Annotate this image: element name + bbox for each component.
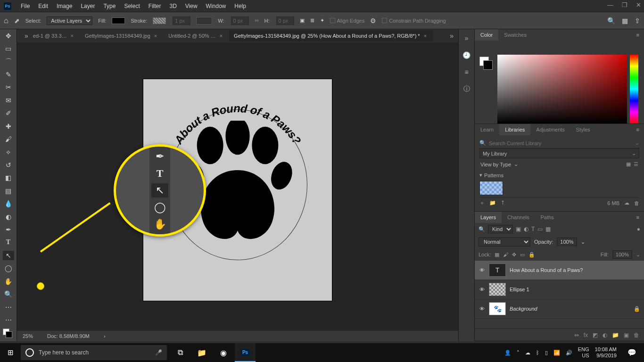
menu-image[interactable]: Image bbox=[53, 1, 76, 11]
path-selection-tool[interactable]: ↖ bbox=[3, 251, 14, 260]
path-select-cursor-icon[interactable]: ⬈ bbox=[14, 17, 20, 25]
tab-color[interactable]: Color bbox=[475, 29, 498, 41]
menu-select[interactable]: Select bbox=[120, 1, 143, 11]
share-icon[interactable]: ⇪ bbox=[635, 17, 640, 25]
layer-filter-kind[interactable]: Kind bbox=[488, 225, 513, 233]
collapsed-character-icon[interactable]: ⓘ bbox=[462, 84, 472, 94]
panel-menu-icon[interactable]: ≡ bbox=[632, 124, 644, 135]
upload-icon[interactable]: ⤒ bbox=[501, 200, 505, 206]
crop-tool[interactable]: ✂ bbox=[3, 83, 14, 92]
add-icon[interactable]: ＋ bbox=[479, 199, 485, 206]
panel-menu-icon[interactable]: ≡ bbox=[632, 212, 644, 223]
edit-toolbar[interactable]: ⋯ bbox=[3, 315, 14, 324]
minimize-icon[interactable]: ― bbox=[607, 1, 613, 8]
link-layers-icon[interactable]: ⇔ bbox=[574, 332, 579, 338]
library-view-mode[interactable]: View by Type ⌄ ▦ ☰ bbox=[479, 158, 639, 170]
eraser-tool[interactable]: ◧ bbox=[3, 173, 14, 182]
zoom-level[interactable]: 25% bbox=[23, 333, 33, 339]
taskbar-lang[interactable]: ENG US bbox=[578, 346, 589, 359]
menu-layer[interactable]: Layer bbox=[77, 1, 99, 11]
tab-learn[interactable]: Learn bbox=[475, 124, 499, 135]
stroke-type-dropdown[interactable] bbox=[196, 17, 212, 25]
close-icon[interactable]: × bbox=[220, 33, 223, 39]
dodge-tool[interactable]: ◐ bbox=[3, 212, 14, 221]
folder-icon[interactable]: 📁 bbox=[489, 200, 496, 206]
filter-smart-icon[interactable]: ▦ bbox=[545, 226, 551, 232]
lasso-tool[interactable]: ⌒ bbox=[3, 57, 14, 66]
chevron-down-icon[interactable]: ⌄ bbox=[636, 252, 640, 258]
library-search-input[interactable] bbox=[489, 140, 632, 146]
tabs-overflow-right[interactable]: » bbox=[450, 32, 454, 40]
tabs-overflow-left[interactable]: » bbox=[25, 32, 28, 40]
filter-shape-icon[interactable]: ▭ bbox=[537, 226, 543, 232]
fill-swatch[interactable] bbox=[112, 17, 125, 24]
menu-window[interactable]: Window bbox=[202, 1, 230, 11]
healing-tool[interactable]: ✚ bbox=[3, 122, 14, 131]
wifi-icon[interactable]: 📶 bbox=[553, 350, 560, 356]
taskbar-search[interactable]: Type here to search 🎤 bbox=[21, 345, 167, 360]
path-operations-icon[interactable]: ▣ bbox=[300, 17, 305, 24]
volume-icon[interactable]: 🔊 bbox=[566, 350, 572, 356]
menu-filter[interactable]: Filter bbox=[145, 1, 165, 11]
panel-menu-icon[interactable]: ≡ bbox=[632, 29, 644, 41]
collapsed-history-icon[interactable]: 🕘 bbox=[462, 50, 472, 60]
layer-item[interactable]: 👁 T How About a Round of a Paws? bbox=[475, 261, 644, 280]
layer-name[interactable]: Ellipse 1 bbox=[510, 287, 529, 292]
tab-channels[interactable]: Channels bbox=[502, 212, 535, 223]
filter-search-icon[interactable]: 🔍 bbox=[479, 226, 485, 232]
mic-icon[interactable]: 🎤 bbox=[155, 349, 162, 356]
mask-icon[interactable]: ◩ bbox=[593, 332, 598, 338]
lock-transparency-icon[interactable]: ▦ bbox=[495, 252, 499, 258]
align-edges-checkbox[interactable]: Align Edges bbox=[330, 18, 365, 24]
layer-name[interactable]: How About a Round of a Paws? bbox=[510, 267, 583, 273]
link-wh-icon[interactable]: ⇔ bbox=[255, 17, 259, 24]
people-icon[interactable]: 👤 bbox=[504, 350, 511, 356]
lock-all-icon[interactable]: 🔒 bbox=[528, 252, 535, 258]
width-field[interactable]: 0 px bbox=[231, 16, 249, 25]
doc-size[interactable]: Doc: 8.58M/8.90M bbox=[47, 333, 90, 339]
tray-up-icon[interactable]: ˄ bbox=[517, 350, 520, 356]
trash-icon[interactable]: 🗑 bbox=[634, 200, 639, 206]
doc-tab-0[interactable]: ed-1 @ 33.3…× bbox=[28, 30, 80, 41]
restore-icon[interactable]: ❐ bbox=[622, 1, 627, 8]
close-icon[interactable]: × bbox=[424, 33, 427, 39]
tab-swatches[interactable]: Swatches bbox=[498, 29, 532, 41]
path-arrange-icon[interactable]: ✦ bbox=[320, 17, 324, 24]
chrome-icon[interactable]: ◉ bbox=[213, 343, 234, 362]
ellipse-tool[interactable]: ◯ bbox=[3, 264, 14, 273]
opacity-value[interactable]: 100% bbox=[557, 238, 577, 246]
library-section-patterns[interactable]: ▾ Patterns bbox=[479, 170, 639, 180]
layer-item[interactable]: 👁 Ellipse 1 bbox=[475, 280, 644, 299]
stroke-width-field[interactable]: 1 px bbox=[173, 16, 190, 25]
lock-artboard-icon[interactable]: ▭ bbox=[520, 252, 525, 258]
menu-help[interactable]: Help bbox=[231, 1, 250, 11]
marquee-tool[interactable]: ▭ bbox=[3, 44, 14, 53]
hue-slider[interactable] bbox=[630, 55, 638, 123]
quick-select-tool[interactable]: ✎ bbox=[3, 70, 14, 79]
constrain-path-checkbox[interactable]: Constrain Path Dragging bbox=[382, 18, 446, 24]
height-field[interactable]: 0 px bbox=[276, 16, 294, 25]
chevron-down-icon[interactable]: ⌄ bbox=[581, 239, 585, 245]
chevron-down-icon[interactable]: ⌄ bbox=[635, 140, 639, 146]
cloud-icon[interactable]: ☁ bbox=[624, 200, 629, 206]
close-icon[interactable]: × bbox=[154, 33, 157, 39]
menu-edit[interactable]: Edit bbox=[34, 1, 52, 11]
filter-toggle-icon[interactable]: ● bbox=[637, 226, 640, 232]
tab-layers[interactable]: Layers bbox=[475, 212, 502, 223]
pen-tool[interactable]: ✒ bbox=[3, 225, 14, 234]
action-center-icon[interactable]: 💬 bbox=[622, 343, 641, 362]
filter-pixel-icon[interactable]: ▣ bbox=[516, 226, 521, 232]
hand-tool[interactable]: ✋ bbox=[3, 277, 14, 286]
status-arrow-icon[interactable]: › bbox=[104, 333, 106, 339]
stroke-swatch[interactable] bbox=[153, 17, 166, 24]
tab-paths[interactable]: Paths bbox=[535, 212, 560, 223]
search-icon[interactable]: 🔍 bbox=[607, 17, 615, 25]
doc-tab-1[interactable]: GettyImages-131584349.jpg× bbox=[80, 30, 164, 41]
fg-bg-swatch[interactable] bbox=[479, 57, 494, 71]
clone-stamp-tool[interactable]: ⟡ bbox=[3, 148, 14, 156]
task-view-icon[interactable]: ⧉ bbox=[170, 343, 190, 362]
lock-position-icon[interactable]: ✥ bbox=[512, 252, 516, 258]
visibility-icon[interactable]: 👁 bbox=[479, 267, 485, 273]
fill-value[interactable]: 100% bbox=[612, 250, 632, 259]
more-tools[interactable]: ⋯ bbox=[3, 303, 14, 312]
